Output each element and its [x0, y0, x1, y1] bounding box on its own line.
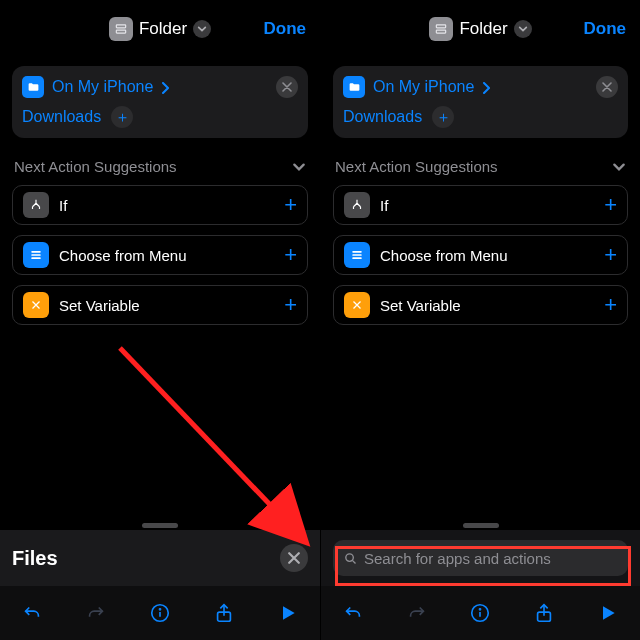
svg-rect-4	[31, 257, 40, 259]
menu-icon	[23, 242, 49, 268]
suggestion-label: If	[380, 197, 604, 214]
path-segment-folder[interactable]: Downloads	[343, 108, 422, 126]
svg-rect-0	[116, 25, 125, 28]
suggestions-header[interactable]: Next Action Suggestions	[14, 158, 306, 175]
add-action-button[interactable]: +	[284, 292, 297, 318]
folder-action-card: On My iPhone Downloads ＋	[333, 66, 628, 138]
action-search-field[interactable]	[333, 540, 628, 576]
suggestion-if[interactable]: If +	[12, 185, 308, 225]
sheet-title: Files	[12, 547, 280, 570]
clear-action-button[interactable]	[276, 76, 298, 98]
run-button[interactable]	[266, 591, 310, 635]
add-action-button[interactable]: +	[284, 192, 297, 218]
share-button[interactable]	[522, 591, 566, 635]
editor-toolbar	[0, 586, 320, 640]
chevron-right-icon	[482, 82, 490, 94]
branch-icon	[344, 192, 370, 218]
add-action-button[interactable]: +	[284, 242, 297, 268]
svg-point-14	[346, 553, 354, 561]
svg-rect-9	[437, 25, 446, 28]
suggestion-if[interactable]: If +	[333, 185, 628, 225]
suggestion-label: Choose from Menu	[380, 247, 604, 264]
done-button[interactable]: Done	[264, 0, 307, 58]
suggestion-label: Set Variable	[59, 297, 284, 314]
clear-action-button[interactable]	[596, 76, 618, 98]
folder-glyph-icon	[429, 17, 453, 41]
run-button[interactable]	[586, 591, 630, 635]
shortcut-title: Folder	[459, 19, 507, 39]
redo-button	[395, 591, 439, 635]
add-action-button[interactable]: +	[604, 192, 617, 218]
shortcuts-editor-pane-right: Folder Done On My iPhone Down	[320, 0, 640, 640]
svg-rect-13	[352, 257, 361, 259]
share-button[interactable]	[202, 591, 246, 635]
svg-rect-11	[352, 251, 361, 253]
done-button[interactable]: Done	[584, 0, 627, 58]
sheet-grabber[interactable]	[463, 523, 499, 528]
folder-glyph-icon	[109, 17, 133, 41]
redo-button	[74, 591, 118, 635]
chevron-right-icon	[161, 82, 169, 94]
branch-icon	[23, 192, 49, 218]
svg-rect-3	[31, 254, 40, 256]
search-icon	[343, 551, 358, 566]
search-input[interactable]	[364, 550, 618, 567]
menu-icon	[344, 242, 370, 268]
folder-icon	[343, 76, 365, 98]
svg-point-18	[480, 609, 481, 610]
folder-action-card: On My iPhone Downloads ＋	[12, 66, 308, 138]
editor-header: Folder Done	[0, 0, 320, 58]
svg-line-15	[352, 560, 355, 563]
folder-icon	[22, 76, 44, 98]
chevron-down-icon	[612, 160, 626, 174]
editor-toolbar	[321, 586, 640, 640]
svg-point-7	[159, 609, 160, 610]
suggestions-heading: Next Action Suggestions	[14, 158, 177, 175]
chevron-down-icon	[514, 20, 532, 38]
suggestion-label: If	[59, 197, 284, 214]
add-path-button[interactable]: ＋	[432, 106, 454, 128]
svg-rect-2	[31, 251, 40, 253]
suggestion-set-variable[interactable]: Set Variable +	[333, 285, 628, 325]
undo-button[interactable]	[331, 591, 375, 635]
undo-button[interactable]	[10, 591, 54, 635]
shortcut-title-button[interactable]: Folder	[109, 17, 211, 41]
svg-rect-1	[116, 30, 125, 33]
add-action-button[interactable]: +	[604, 242, 617, 268]
svg-rect-12	[352, 254, 361, 256]
shortcuts-editor-pane-left: Folder Done On My iPhone Down	[0, 0, 320, 640]
chevron-down-icon	[292, 160, 306, 174]
action-sheet-header	[321, 530, 640, 586]
info-button[interactable]	[458, 591, 502, 635]
svg-rect-10	[437, 30, 446, 33]
suggestion-label: Choose from Menu	[59, 247, 284, 264]
suggestions-header[interactable]: Next Action Suggestions	[335, 158, 626, 175]
suggestion-label: Set Variable	[380, 297, 604, 314]
variable-icon	[344, 292, 370, 318]
suggestion-choose-menu[interactable]: Choose from Menu +	[333, 235, 628, 275]
variable-icon	[23, 292, 49, 318]
path-segment-device[interactable]: On My iPhone	[373, 78, 474, 96]
suggestion-choose-menu[interactable]: Choose from Menu +	[12, 235, 308, 275]
path-segment-device[interactable]: On My iPhone	[52, 78, 153, 96]
info-button[interactable]	[138, 591, 182, 635]
action-sheet-header: Files	[0, 530, 320, 586]
shortcut-title: Folder	[139, 19, 187, 39]
chevron-down-icon	[193, 20, 211, 38]
close-sheet-button[interactable]	[280, 544, 308, 572]
shortcut-title-button[interactable]: Folder	[429, 17, 531, 41]
path-segment-folder[interactable]: Downloads	[22, 108, 101, 126]
suggestion-set-variable[interactable]: Set Variable +	[12, 285, 308, 325]
add-path-button[interactable]: ＋	[111, 106, 133, 128]
sheet-grabber[interactable]	[142, 523, 178, 528]
add-action-button[interactable]: +	[604, 292, 617, 318]
editor-header: Folder Done	[321, 0, 640, 58]
suggestions-heading: Next Action Suggestions	[335, 158, 498, 175]
